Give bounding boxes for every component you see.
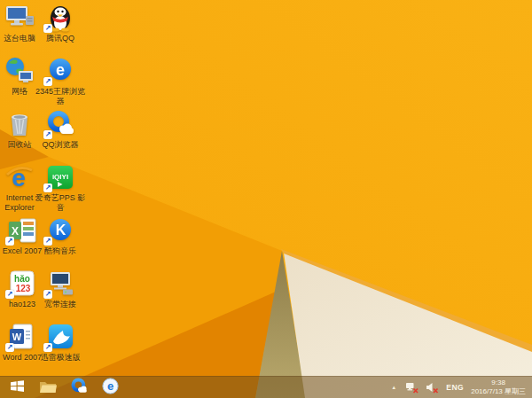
taskbar: e ▲ ENG 9:38 <box>0 376 532 398</box>
desktop-icon-label: hao123 <box>9 300 35 309</box>
network-disconnected-icon[interactable] <box>405 382 419 394</box>
internet-explorer-icon: e <box>102 378 119 397</box>
clock-date: 2016/7/13 星期三 <box>471 387 526 396</box>
system-tray: ▲ ENG 9:38 2016/7/13 星期三 <box>389 378 528 396</box>
desktop-icon-label: QQ浏览器 <box>42 140 78 150</box>
network-globe-icon <box>4 57 35 85</box>
recycle-bin-icon <box>4 110 35 138</box>
desktop-icon-tencent-qq[interactable]: ↗ 腾讯QQ <box>35 4 86 43</box>
shortcut-arrow-icon: ↗ <box>43 343 52 352</box>
desktop-icon-label: 回收站 <box>8 140 32 150</box>
shortcut-arrow-icon: ↗ <box>5 290 14 299</box>
shortcut-arrow-icon: ↗ <box>43 130 52 139</box>
svg-text:e: e <box>56 61 65 79</box>
shortcut-arrow-icon: ↗ <box>5 237 14 246</box>
clock-time: 9:38 <box>471 378 526 387</box>
desktop-icon-network[interactable]: 网络 <box>0 57 39 97</box>
desktop-icon-label: 酷狗音乐 <box>44 246 76 256</box>
2345-browser-icon: e ↗ <box>45 57 75 85</box>
desktop-icon-this-pc[interactable]: 这台电脑 <box>0 4 39 43</box>
desktop-icon-broadband[interactable]: ↗ 宽带连接 <box>35 269 86 309</box>
show-hidden-icons-button[interactable]: ▲ <box>389 382 398 393</box>
excel-icon: X ↗ <box>7 216 37 245</box>
desktop-icon-recycle-bin[interactable]: 回收站 <box>0 110 39 150</box>
start-button[interactable] <box>5 377 28 398</box>
xunlei-bird-icon: ↗ <box>45 323 75 351</box>
this-pc-icon <box>4 4 35 32</box>
desktop-screen: 这台电脑 ↗ 腾讯QQ <box>0 0 532 398</box>
broadband-connection-icon: ↗ <box>45 269 75 298</box>
desktop-icon-internet-explorer[interactable]: e Internet Explorer <box>0 163 39 213</box>
svg-text:e: e <box>106 379 113 393</box>
shortcut-arrow-icon: ↗ <box>43 77 52 86</box>
taskbar-qq-browser-button[interactable] <box>67 377 90 398</box>
desktop-icon-qq-browser[interactable]: ↗ QQ浏览器 <box>35 110 86 150</box>
desktop-icon-label: Internet Explorer <box>0 193 39 213</box>
qq-browser-icon <box>70 378 88 397</box>
desktop-icon-iqiyi-pps[interactable]: iQIYI ↗ 爱奇艺PPS 影音 <box>35 163 86 213</box>
svg-text:123: 123 <box>16 284 31 293</box>
desktop-icon-label: 腾讯QQ <box>46 34 74 43</box>
svg-text:iQIYI: iQIYI <box>52 173 68 181</box>
qq-browser-icon: ↗ <box>45 110 75 138</box>
svg-text:W: W <box>12 332 22 342</box>
desktop-icon-label: 2345王牌浏览器 <box>35 87 86 106</box>
taskbar-file-explorer-button[interactable] <box>36 377 59 398</box>
desktop-icon-label: 爱奇艺PPS 影音 <box>35 193 86 213</box>
iqiyi-icon: iQIYI ↗ <box>45 163 75 191</box>
desktop-icon-label: 网络 <box>12 87 27 97</box>
shortcut-arrow-icon: ↗ <box>5 343 14 352</box>
taskbar-clock[interactable]: 9:38 2016/7/13 星期三 <box>471 378 528 396</box>
volume-muted-icon[interactable] <box>426 382 439 394</box>
file-explorer-icon <box>39 379 57 396</box>
desktop-icon-kugou-music[interactable]: K ↗ 酷狗音乐 <box>35 216 86 256</box>
hao123-icon: hǎo 123 ↗ <box>7 269 37 298</box>
desktop-icon-label: 迅雷极速版 <box>41 353 81 363</box>
desktop-icon-label: 这台电脑 <box>4 34 35 43</box>
desktop-icon-2345-browser[interactable]: e ↗ 2345王牌浏览器 <box>35 57 86 106</box>
internet-explorer-icon: e <box>4 163 35 191</box>
svg-text:X: X <box>12 225 19 238</box>
word-icon: W ↗ <box>7 323 37 351</box>
taskbar-internet-explorer-button[interactable]: e <box>98 377 121 398</box>
language-indicator[interactable]: ENG <box>446 383 464 392</box>
qq-penguin-icon: ↗ <box>45 4 75 32</box>
kugou-icon: K ↗ <box>45 216 75 245</box>
desktop-icon-label: 宽带连接 <box>44 300 76 309</box>
shortcut-arrow-icon: ↗ <box>43 24 52 33</box>
windows-logo-icon <box>10 379 25 395</box>
shortcut-arrow-icon: ↗ <box>43 183 52 192</box>
svg-text:hǎo: hǎo <box>14 274 30 284</box>
svg-text:K: K <box>56 222 66 238</box>
desktop-icon-xunlei[interactable]: ↗ 迅雷极速版 <box>35 323 86 363</box>
shortcut-arrow-icon: ↗ <box>43 290 52 299</box>
shortcut-arrow-icon: ↗ <box>43 237 52 246</box>
